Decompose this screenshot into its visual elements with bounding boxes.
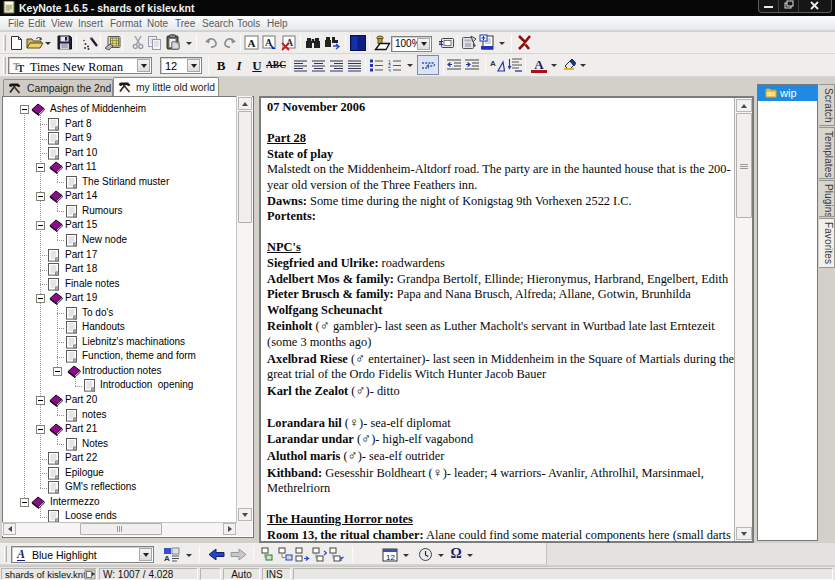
- svg-text:T: T: [18, 63, 25, 73]
- svg-text:12: 12: [386, 553, 395, 562]
- svg-text:A: A: [248, 37, 256, 49]
- svg-text:A: A: [490, 59, 496, 68]
- svg-text:A: A: [164, 554, 170, 562]
- svg-text:3: 3: [388, 68, 391, 73]
